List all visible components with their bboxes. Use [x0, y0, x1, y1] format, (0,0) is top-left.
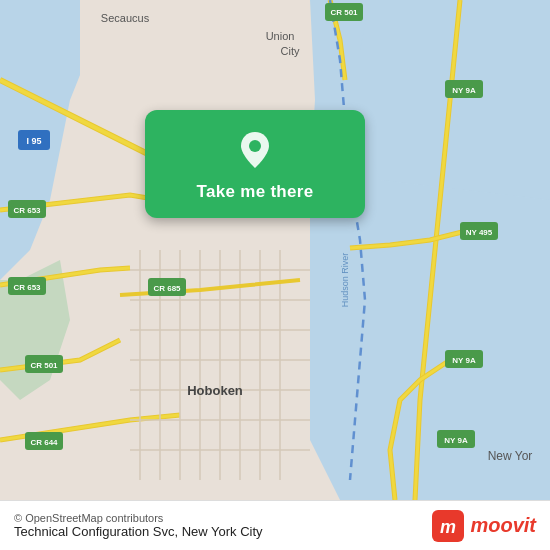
svg-text:CR 653: CR 653 — [13, 206, 41, 215]
svg-text:NY 9A: NY 9A — [452, 356, 476, 365]
moovit-logo: m moovit — [432, 510, 536, 542]
location-pin-icon — [233, 128, 277, 172]
button-label: Take me there — [197, 182, 314, 202]
svg-text:m: m — [440, 517, 456, 537]
svg-rect-5 — [80, 0, 310, 500]
svg-text:Hudson River: Hudson River — [340, 253, 350, 308]
svg-point-49 — [249, 140, 261, 152]
map-background: I 95 CR 501 CR 653 CR 653 CR 685 CR 501 … — [0, 0, 550, 500]
take-me-there-button[interactable]: Take me there — [145, 110, 365, 218]
bottom-bar: © OpenStreetMap contributors Technical C… — [0, 500, 550, 550]
svg-text:City: City — [281, 45, 300, 57]
svg-text:NY 495: NY 495 — [466, 228, 493, 237]
svg-text:CR 501: CR 501 — [30, 361, 58, 370]
map-container: I 95 CR 501 CR 653 CR 653 CR 685 CR 501 … — [0, 0, 550, 500]
location-name: Technical Configuration Svc, New York Ci… — [14, 524, 263, 539]
svg-text:CR 685: CR 685 — [153, 284, 181, 293]
bottom-content: © OpenStreetMap contributors Technical C… — [14, 512, 263, 539]
svg-text:Hoboken: Hoboken — [187, 383, 243, 398]
svg-text:New Yor: New Yor — [488, 449, 533, 463]
svg-text:CR 644: CR 644 — [30, 438, 58, 447]
svg-text:I 95: I 95 — [26, 136, 41, 146]
attribution-text: © OpenStreetMap contributors — [14, 512, 163, 524]
moovit-text: moovit — [470, 514, 536, 537]
moovit-icon: m — [432, 510, 464, 542]
svg-text:NY 9A: NY 9A — [452, 86, 476, 95]
svg-text:Secaucus: Secaucus — [101, 12, 150, 24]
svg-text:NY 9A: NY 9A — [444, 436, 468, 445]
svg-text:CR 501: CR 501 — [330, 8, 358, 17]
svg-text:CR 653: CR 653 — [13, 283, 41, 292]
svg-text:Union: Union — [266, 30, 295, 42]
